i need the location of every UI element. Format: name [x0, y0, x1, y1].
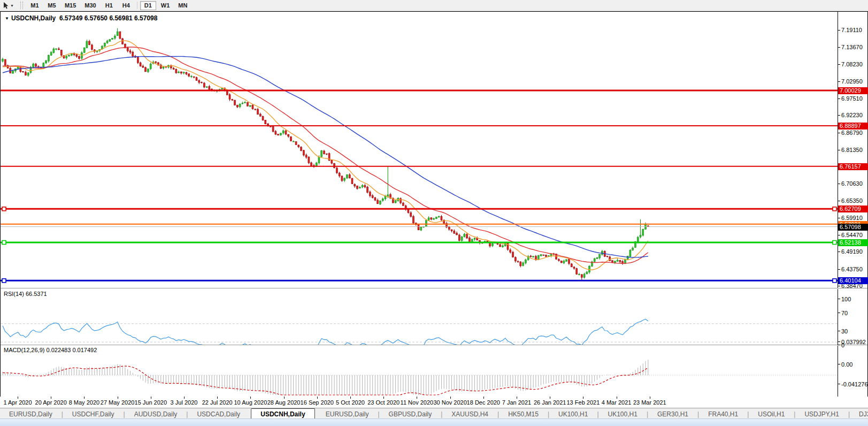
chart-tab-eurusd-daily[interactable]: EURUSD,Daily — [0, 409, 62, 419]
chart-tab-hk50-m15[interactable]: HK50,M15 — [499, 409, 548, 419]
chart-tab-ger30-h1[interactable]: GER30,H1 — [648, 409, 697, 419]
price-tick — [838, 133, 840, 133]
chart-tab-uk100-h1[interactable]: UK100,H1 — [599, 409, 647, 419]
time-tick — [517, 397, 517, 399]
panel-divider[interactable] — [1, 345, 867, 346]
time-tick-label: 10 Aug 2020 — [234, 399, 267, 406]
timeframe-button-mn[interactable]: MN — [174, 1, 191, 10]
timeframe-button-h4[interactable]: H4 — [118, 1, 134, 10]
rsi-axis-tick — [838, 345, 840, 345]
time-tick — [550, 397, 550, 399]
chart-tab-usdcad-daily[interactable]: USDCAD,Daily — [188, 409, 249, 419]
macd-axis-tick — [838, 364, 840, 364]
time-tick — [383, 397, 384, 399]
price-tick — [838, 218, 840, 218]
hline-price-label: 6.52138 — [838, 239, 868, 246]
chart-tab-usdchf-daily[interactable]: USDCHF,Daily — [63, 409, 124, 419]
hline-handle — [833, 241, 836, 245]
price-tick-label: 6.81350 — [841, 147, 863, 153]
chart-tab-usdcnh-daily[interactable]: USDCNH,Daily — [251, 408, 314, 419]
price-tick — [838, 98, 840, 99]
hline-handle — [2, 241, 6, 245]
time-tick-label: 5 Oct 2020 — [336, 399, 365, 406]
hline-handle — [2, 207, 6, 211]
price-tick-label: 6.70630 — [841, 180, 863, 187]
time-tick — [450, 397, 451, 399]
time-tick-label: 8 May 2020 — [69, 399, 99, 406]
chart-title-ohlc: 6.57349 6.57650 6.56981 6.57098 — [59, 14, 158, 22]
macd-histogram — [3, 360, 648, 395]
chart-tab-uk100-h1[interactable]: UK100,H1 — [549, 409, 597, 419]
price-tick — [838, 30, 840, 31]
macd-canvas[interactable] — [1, 346, 838, 397]
timeframe-button-m30[interactable]: M30 — [81, 1, 99, 10]
time-scale[interactable]: 1 Apr 202020 Apr 20208 May 202027 May 20… — [0, 397, 868, 408]
price-tick — [838, 269, 840, 270]
medium-ma-line — [3, 47, 648, 263]
timeframe-button-d1[interactable]: D1 — [140, 1, 156, 10]
price-tick — [838, 252, 840, 252]
timeframe-buttons: M1M5M15M30H1H4D1W1MN — [26, 1, 191, 10]
toolbar-grip[interactable] — [20, 2, 23, 9]
macd-label: MACD(12,26,9) 0.022483 0.017492 — [4, 347, 97, 353]
hline-price-label: 6.62709 — [838, 206, 868, 212]
macd-axis-label: 0.00 — [841, 361, 852, 368]
status-strip — [0, 419, 868, 426]
macd-axis-label: -0.041276 — [841, 381, 868, 387]
macd-axis-label: 0.037992 — [841, 339, 866, 345]
chart-tab-dj30-weekly[interactable]: DJ30,Weekly — [850, 409, 868, 419]
slow-ma-line — [3, 56, 648, 257]
time-tick — [617, 397, 617, 399]
time-tick-label: 16 Sep 2020 — [301, 399, 334, 406]
time-tick — [217, 397, 218, 399]
current-price-label: 6.57098 — [838, 224, 868, 231]
rsi-canvas[interactable] — [1, 289, 838, 345]
time-tick-label: 30 Nov 2020 — [433, 399, 466, 406]
chart-tab-usoil-h1[interactable]: USOil,H1 — [749, 409, 794, 419]
price-tick-label: 6.97510 — [841, 95, 863, 102]
chart-tab-eurusd-daily[interactable]: EURUSD,Daily — [317, 409, 378, 419]
time-tick — [483, 397, 484, 399]
chart-window[interactable]: ▼USDCNH,Daily 6.57349 6.57650 6.56981 6.… — [0, 11, 868, 397]
time-tick — [250, 397, 251, 399]
price-tick-label: 7.08230 — [841, 61, 863, 67]
chart-tab-xauusd-h4[interactable]: XAUUSD,H4 — [442, 409, 497, 419]
timeframe-button-h1[interactable]: H1 — [101, 1, 117, 10]
price-tick-label: 6.86790 — [841, 130, 863, 136]
rsi-line — [3, 319, 648, 345]
chart-tab-usdjpy-h1[interactable]: USDJPY,H1 — [795, 409, 848, 419]
timeframe-button-m5[interactable]: M5 — [44, 1, 60, 10]
rsi-axis-label: 30 — [841, 328, 848, 334]
hline-price-label: 6.40104 — [838, 277, 868, 284]
timeframe-button-m1[interactable]: M1 — [27, 1, 43, 10]
cursor-icon — [3, 2, 9, 9]
collapse-triangle-icon: ▼ — [5, 16, 9, 21]
time-tick — [151, 397, 151, 399]
price-tick — [838, 64, 840, 65]
chart-tab-audusd-daily[interactable]: AUDUSD,Daily — [125, 409, 187, 419]
time-tick-label: 26 Jan 2021 — [534, 399, 566, 406]
timeframe-button-w1[interactable]: W1 — [157, 1, 174, 10]
chart-tab-bar: EURUSD,Daily|USDCHF,Daily|AUDUSD,Daily|U… — [0, 408, 868, 419]
panel-divider[interactable] — [1, 288, 867, 289]
price-chart-canvas[interactable] — [1, 12, 838, 288]
hline-handle — [833, 207, 836, 211]
rsi-label: RSI(14) 66.5371 — [4, 291, 47, 297]
price-tick-label: 6.65350 — [841, 197, 863, 204]
time-tick-label: 20 Apr 2020 — [35, 399, 67, 406]
pointer-tool-button[interactable]: ▼ — [0, 1, 17, 10]
hline-price-label: 7.00029 — [838, 87, 868, 94]
chevron-down-icon: ▼ — [10, 4, 14, 7]
price-tick — [838, 184, 840, 184]
price-tick-label: 7.19110 — [841, 27, 862, 33]
hline-price-label: 6.76157 — [838, 163, 868, 170]
time-tick-label: 13 Feb 2021 — [567, 399, 600, 406]
time-tick — [51, 397, 51, 399]
timeframe-button-m15[interactable]: M15 — [61, 1, 80, 10]
time-tick — [184, 397, 185, 399]
chart-tab-gbpusd-daily[interactable]: GBPUSD,Daily — [380, 409, 441, 419]
price-tick-label: 6.92230 — [841, 112, 863, 118]
macd-axis-tick — [838, 341, 840, 342]
chart-tab-fra40-h1[interactable]: FRA40,H1 — [699, 409, 747, 419]
toolbar-separator — [137, 2, 137, 9]
